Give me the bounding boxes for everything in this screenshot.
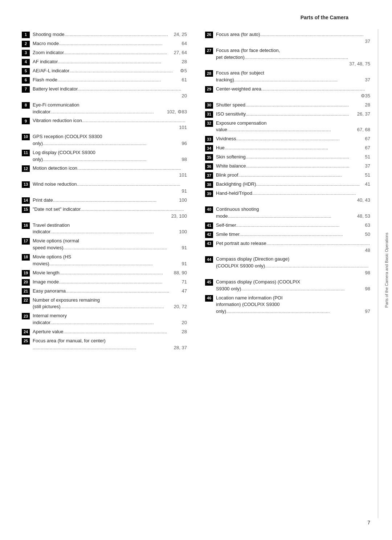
item-dots: ........................................… — [265, 263, 368, 269]
page-number: 7 — [367, 520, 370, 525]
item-number: 37 — [205, 172, 213, 179]
item-label: Skin softening..........................… — [216, 154, 370, 161]
item-label: Pet portrait auto release...............… — [216, 240, 370, 254]
item-number: 27 — [205, 48, 213, 54]
item-dots: ........................................… — [256, 181, 360, 187]
item-dots: ........................................… — [59, 279, 162, 285]
page-title: Parts of the Camera — [301, 15, 348, 20]
item-label: Vibration reduction icon................… — [33, 117, 187, 131]
item-number: 20 — [22, 279, 30, 286]
item-label: Flash mode..............................… — [33, 77, 187, 84]
item-number: 6 — [22, 77, 30, 84]
item-label: Log display (COOLPIX S9300 only)........… — [33, 149, 187, 163]
divider — [378, 29, 378, 518]
list-item: 1Shooting mode..........................… — [22, 31, 187, 38]
list-item: 6Flash mode.............................… — [22, 77, 187, 84]
list-item: 28Focus area (for subjecttracking)......… — [205, 70, 370, 84]
content-area: 1Shooting mode..........................… — [22, 31, 370, 354]
list-item: 16Travel destination indicator..........… — [22, 222, 187, 236]
item-description: Pet portrait auto release — [216, 241, 266, 246]
item-number: 13 — [22, 181, 30, 188]
item-number: 34 — [205, 145, 213, 152]
item-label: Number of exposures remaining(still pict… — [33, 297, 187, 311]
list-item: 32Exposure compensation value...........… — [205, 120, 370, 134]
item-dots: ........................................… — [227, 127, 331, 132]
item-description: Center-weighted area — [216, 86, 261, 92]
item-dots: ........................................… — [50, 229, 154, 234]
item-description: Flash mode — [33, 77, 57, 82]
list-item: 4AF indicator...........................… — [22, 59, 187, 65]
item-number: 44 — [205, 256, 213, 263]
list-item: 12Motion detection icon.................… — [22, 165, 187, 179]
item-number: 17 — [22, 238, 30, 245]
item-dots: ........................................… — [66, 288, 169, 294]
list-item: 3Zoom indicator.........................… — [22, 49, 187, 56]
item-label: Vividness...............................… — [216, 136, 370, 142]
item-number: 12 — [22, 165, 30, 172]
item-number: 11 — [22, 150, 30, 156]
list-item: 29Center-weighted area..................… — [205, 86, 370, 100]
item-dots: ........................................… — [225, 145, 328, 150]
item-number: 5 — [22, 68, 30, 74]
item-dots: ........................................… — [246, 154, 349, 160]
item-dots: ........................................… — [239, 231, 343, 237]
item-description: Vividness — [216, 136, 236, 141]
item-number: 10 — [22, 134, 30, 140]
item-number: 7 — [22, 86, 30, 93]
item-number: 31 — [205, 111, 213, 118]
item-description-line: indicator — [33, 109, 50, 114]
item-dots: ........................................… — [50, 320, 154, 325]
item-dots: ........................................… — [238, 172, 342, 178]
item-label: Zoom indicator..........................… — [33, 49, 187, 56]
item-label: Location name information (POIinformatio… — [216, 295, 370, 315]
item-number: 23 — [22, 313, 30, 319]
item-number: 41 — [205, 222, 213, 229]
item-dots: ........................................… — [261, 86, 365, 92]
item-label: Movie options (normalspeed movies)......… — [33, 238, 187, 251]
item-description: Zoom indicator — [33, 50, 64, 55]
item-description-line: Focus area (for manual, for center) — [33, 338, 106, 343]
item-dots: ........................................… — [33, 345, 136, 350]
list-item: 19Movie length..........................… — [22, 270, 187, 277]
item-number: 28 — [205, 70, 213, 77]
list-item: 18Movie options (HS movies).............… — [22, 254, 187, 267]
item-number: 33 — [205, 136, 213, 142]
item-dots: ........................................… — [80, 206, 184, 212]
item-number: 22 — [22, 297, 30, 304]
item-number: 25 — [22, 338, 30, 344]
item-label: Backlighting (HDR)......................… — [216, 181, 370, 188]
item-label: Shooting mode...........................… — [33, 31, 187, 38]
item-label: AE/AF-L indicator.......................… — [33, 68, 187, 74]
item-number: 46 — [205, 295, 213, 302]
item-description-line: Focus area (for subject — [216, 70, 264, 76]
item-label: Movie options (HS movies)...............… — [33, 254, 187, 267]
item-label: Easy panorama...........................… — [33, 288, 187, 295]
item-number: 32 — [205, 120, 213, 127]
item-label: Smile timer.............................… — [216, 231, 370, 238]
item-dots: ........................................… — [245, 102, 349, 108]
item-dots: ........................................… — [43, 141, 146, 146]
list-item: 41Self-timer............................… — [205, 222, 370, 229]
item-label: Travel destination indicator............… — [33, 222, 187, 236]
item-label: Focus area (for subjecttracking)........… — [216, 70, 370, 84]
item-dots: ........................................… — [234, 77, 338, 82]
item-label: Center-weighted area....................… — [216, 86, 370, 100]
item-description: Hue — [216, 145, 225, 150]
list-item: 24Aperture value........................… — [22, 329, 187, 335]
list-item: 15"Date not set" indicator..............… — [22, 206, 187, 220]
item-description: Print date — [33, 197, 53, 203]
item-description: Aperture value — [33, 329, 64, 334]
item-description: Wind noise reduction — [33, 181, 77, 187]
list-item: 44Compass display (Direction gauge)(COOL… — [205, 256, 370, 277]
item-label: Print date..............................… — [33, 197, 187, 204]
list-item: 42Smile timer...........................… — [205, 231, 370, 238]
item-dots: ........................................… — [245, 111, 349, 117]
item-description: Battery level indicator — [33, 86, 78, 92]
item-number: 14 — [22, 197, 30, 204]
item-description: Image mode — [33, 279, 59, 285]
item-dots: ........................................… — [77, 165, 181, 171]
item-label: Macro mode..............................… — [33, 40, 187, 47]
item-dots: ........................................… — [61, 304, 164, 309]
item-label: ISO sensitivity.........................… — [216, 111, 370, 118]
item-label: Battery level indicator.................… — [33, 86, 187, 100]
